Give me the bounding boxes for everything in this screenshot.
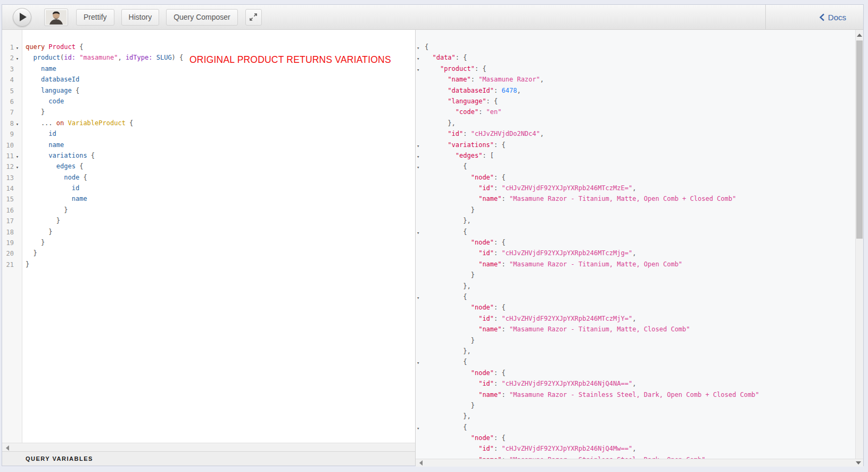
gutter-row: 16 xyxy=(2,205,22,215)
gutter-row: 12▾ xyxy=(2,161,22,172)
line-number: 17 xyxy=(2,216,14,226)
chevron-left-icon xyxy=(819,13,825,21)
fold-arrow-icon[interactable]: ▾ xyxy=(416,64,423,75)
gutter-row: 18 xyxy=(2,226,22,237)
fold-arrow-icon[interactable]: ▾ xyxy=(14,53,21,64)
result-code-line: } xyxy=(425,205,759,215)
fold-arrow-icon[interactable]: ▾ xyxy=(416,292,423,303)
gutter-row: 8▾ xyxy=(2,118,22,128)
gutter-row xyxy=(416,281,423,291)
docs-button[interactable]: Docs xyxy=(809,5,856,29)
fold-arrow-icon[interactable]: ▾ xyxy=(416,357,423,368)
gutter-row: ▾ xyxy=(416,161,423,172)
line-number: 6 xyxy=(2,96,14,107)
workspace: 1▾2▾345678▾91011▾12▾131415161718192021 q… xyxy=(2,30,863,466)
line-number: 7 xyxy=(2,107,14,118)
fullscreen-button[interactable] xyxy=(245,9,262,26)
scroll-down-icon[interactable] xyxy=(856,461,861,465)
result-code-line: "node": { xyxy=(425,368,759,378)
line-number: 12 xyxy=(2,161,14,172)
scroll-left-icon[interactable] xyxy=(6,445,9,451)
fold-arrow-icon[interactable]: ▾ xyxy=(416,43,423,53)
result-code-line: "id": "cHJvZHVjdF92YXJpYXRpb246MTczMzE="… xyxy=(425,183,759,193)
result-code-line: "code": "en" xyxy=(425,107,759,117)
result-horizontal-scrollbar[interactable] xyxy=(416,459,863,467)
fold-arrow-icon[interactable]: ▾ xyxy=(416,151,423,162)
gutter-row xyxy=(416,128,423,139)
gutter-row xyxy=(416,96,423,107)
result-code-line: "edges": [ xyxy=(425,150,759,161)
gutter-row: 1▾ xyxy=(2,42,22,52)
gutter-row: 11▾ xyxy=(2,150,22,161)
result-code-line: "variations": { xyxy=(425,140,759,150)
fold-arrow-icon[interactable]: ▾ xyxy=(14,151,21,162)
scroll-up-icon[interactable] xyxy=(857,34,862,37)
gutter-row xyxy=(416,248,423,258)
gutter-row: 3 xyxy=(2,63,22,74)
gutter-row xyxy=(416,237,423,248)
result-code-line: } xyxy=(425,400,759,411)
gutter-row: 21 xyxy=(2,259,22,270)
editor-code-line: } xyxy=(26,107,415,117)
query-editor[interactable]: 1▾2▾345678▾91011▾12▾131415161718192021 q… xyxy=(2,30,415,443)
history-button[interactable]: History xyxy=(121,9,160,26)
gutter-row xyxy=(416,118,423,128)
gutter-row xyxy=(416,172,423,183)
gutter-row: 5 xyxy=(2,85,22,96)
fold-arrow-icon[interactable]: ▾ xyxy=(416,423,423,434)
editor-code-line: id xyxy=(26,128,415,139)
gutter-row xyxy=(416,346,423,356)
gutter-row: ▾ xyxy=(416,140,423,150)
result-viewer[interactable]: ▾▾▾▾▾▾▾▾▾▾ { "data": { "product": { "nam… xyxy=(416,30,863,459)
result-code-line: { xyxy=(425,226,759,237)
gutter-row xyxy=(416,324,423,335)
gutter-row: 4 xyxy=(2,74,22,85)
gutter-row: 17 xyxy=(2,215,22,226)
toolbar-divider xyxy=(765,5,766,29)
line-number: 2 xyxy=(2,53,14,63)
result-code-line: "id": "cHJvZHVjdDo2NDc4", xyxy=(425,128,759,139)
fold-arrow-icon[interactable]: ▾ xyxy=(14,162,21,173)
result-code-line: "name": "Masamune Razor - Titanium, Matt… xyxy=(425,259,759,270)
result-code-line: { xyxy=(425,42,759,52)
fold-arrow-icon[interactable]: ▾ xyxy=(416,141,423,151)
editor-code-line: } xyxy=(26,226,415,237)
gutter-row: 13 xyxy=(2,172,22,183)
gutter-row xyxy=(416,368,423,378)
gutter-row: 14 xyxy=(2,183,22,193)
fold-arrow-icon[interactable]: ▾ xyxy=(416,227,423,238)
result-code-line: "data": { xyxy=(425,52,759,63)
line-number: 18 xyxy=(2,227,14,238)
execute-button[interactable] xyxy=(13,8,31,27)
result-vertical-scrollbar[interactable] xyxy=(855,30,863,459)
result-pane: ▾▾▾▾▾▾▾▾▾▾ { "data": { "product": { "nam… xyxy=(416,30,863,466)
prettify-button[interactable]: Prettify xyxy=(76,9,114,26)
line-number: 15 xyxy=(2,194,14,205)
editor-code-line: edges { xyxy=(26,161,415,172)
gutter-row xyxy=(416,302,423,313)
gutter-row xyxy=(416,193,423,204)
query-variables-title: QUERY VARIABLES xyxy=(26,455,93,462)
result-code-line: { xyxy=(425,356,759,367)
gutter-row xyxy=(416,74,423,85)
fold-arrow-icon[interactable]: ▾ xyxy=(14,43,21,53)
result-fold-gutter: ▾▾▾▾▾▾▾▾▾▾ xyxy=(416,30,423,459)
gutter-row xyxy=(416,378,423,389)
scrollbar-thumb[interactable] xyxy=(856,40,863,239)
fold-arrow-icon[interactable]: ▾ xyxy=(14,119,21,129)
avatar xyxy=(46,10,67,25)
avatar-button[interactable] xyxy=(44,9,68,26)
gutter-row: 20 xyxy=(2,248,22,258)
fold-arrow-icon[interactable]: ▾ xyxy=(416,162,423,173)
gutter-row xyxy=(416,85,423,96)
query-variables-header[interactable]: QUERY VARIABLES xyxy=(2,451,415,466)
gutter-row xyxy=(416,400,423,411)
fold-arrow-icon[interactable]: ▾ xyxy=(416,53,423,64)
result-code-line: "id": "cHJvZHVjdF92YXJpYXRpb246MTczMjY="… xyxy=(425,313,759,324)
result-code-line: { xyxy=(425,291,759,302)
editor-code[interactable]: query Product { product(id: "masamune", … xyxy=(23,30,415,443)
result-code-line: }, xyxy=(425,346,759,356)
query-composer-button[interactable]: Query Composer xyxy=(166,9,238,26)
line-number: 8 xyxy=(2,118,14,129)
scroll-left-icon[interactable] xyxy=(419,460,423,466)
